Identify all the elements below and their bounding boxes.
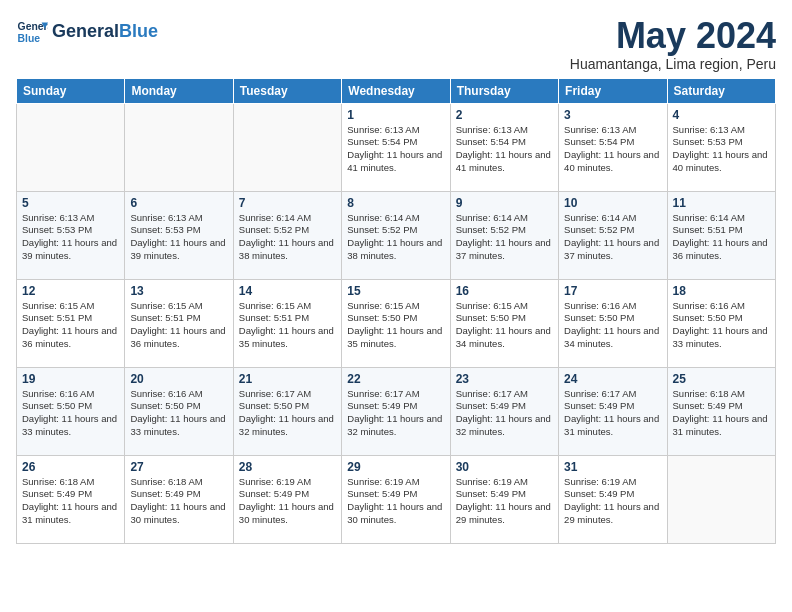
- calendar-cell: 1Sunrise: 6:13 AMSunset: 5:54 PMDaylight…: [342, 103, 450, 191]
- calendar-cell: 24Sunrise: 6:17 AMSunset: 5:49 PMDayligh…: [559, 367, 667, 455]
- calendar-cell: 22Sunrise: 6:17 AMSunset: 5:49 PMDayligh…: [342, 367, 450, 455]
- calendar-table: SundayMondayTuesdayWednesdayThursdayFrid…: [16, 78, 776, 544]
- cell-info: Sunrise: 6:15 AMSunset: 5:50 PMDaylight:…: [456, 300, 553, 351]
- cell-info: Sunrise: 6:15 AMSunset: 5:51 PMDaylight:…: [130, 300, 227, 351]
- cell-info: Sunrise: 6:14 AMSunset: 5:51 PMDaylight:…: [673, 212, 770, 263]
- weekday-header: Wednesday: [342, 78, 450, 103]
- cell-info: Sunrise: 6:16 AMSunset: 5:50 PMDaylight:…: [673, 300, 770, 351]
- cell-info: Sunrise: 6:18 AMSunset: 5:49 PMDaylight:…: [22, 476, 119, 527]
- day-number: 16: [456, 284, 553, 298]
- calendar-cell: 2Sunrise: 6:13 AMSunset: 5:54 PMDaylight…: [450, 103, 558, 191]
- calendar-cell: 6Sunrise: 6:13 AMSunset: 5:53 PMDaylight…: [125, 191, 233, 279]
- calendar-week-row: 26Sunrise: 6:18 AMSunset: 5:49 PMDayligh…: [17, 455, 776, 543]
- cell-info: Sunrise: 6:19 AMSunset: 5:49 PMDaylight:…: [347, 476, 444, 527]
- day-number: 17: [564, 284, 661, 298]
- day-number: 29: [347, 460, 444, 474]
- day-number: 31: [564, 460, 661, 474]
- calendar-cell: 12Sunrise: 6:15 AMSunset: 5:51 PMDayligh…: [17, 279, 125, 367]
- day-number: 2: [456, 108, 553, 122]
- calendar-cell: 8Sunrise: 6:14 AMSunset: 5:52 PMDaylight…: [342, 191, 450, 279]
- cell-info: Sunrise: 6:14 AMSunset: 5:52 PMDaylight:…: [564, 212, 661, 263]
- weekday-header: Thursday: [450, 78, 558, 103]
- calendar-cell: 27Sunrise: 6:18 AMSunset: 5:49 PMDayligh…: [125, 455, 233, 543]
- day-number: 23: [456, 372, 553, 386]
- calendar-cell: 14Sunrise: 6:15 AMSunset: 5:51 PMDayligh…: [233, 279, 341, 367]
- day-number: 27: [130, 460, 227, 474]
- cell-info: Sunrise: 6:15 AMSunset: 5:51 PMDaylight:…: [22, 300, 119, 351]
- calendar-header-row: SundayMondayTuesdayWednesdayThursdayFrid…: [17, 78, 776, 103]
- weekday-header: Tuesday: [233, 78, 341, 103]
- day-number: 26: [22, 460, 119, 474]
- calendar-cell: 4Sunrise: 6:13 AMSunset: 5:53 PMDaylight…: [667, 103, 775, 191]
- page-header: General Blue GeneralBlue May 2024 Huaman…: [16, 16, 776, 72]
- calendar-cell: 15Sunrise: 6:15 AMSunset: 5:50 PMDayligh…: [342, 279, 450, 367]
- calendar-cell: 13Sunrise: 6:15 AMSunset: 5:51 PMDayligh…: [125, 279, 233, 367]
- calendar-cell: 7Sunrise: 6:14 AMSunset: 5:52 PMDaylight…: [233, 191, 341, 279]
- day-number: 14: [239, 284, 336, 298]
- cell-info: Sunrise: 6:17 AMSunset: 5:49 PMDaylight:…: [564, 388, 661, 439]
- cell-info: Sunrise: 6:14 AMSunset: 5:52 PMDaylight:…: [456, 212, 553, 263]
- day-number: 3: [564, 108, 661, 122]
- calendar-cell: [125, 103, 233, 191]
- day-number: 21: [239, 372, 336, 386]
- calendar-cell: 30Sunrise: 6:19 AMSunset: 5:49 PMDayligh…: [450, 455, 558, 543]
- cell-info: Sunrise: 6:13 AMSunset: 5:54 PMDaylight:…: [456, 124, 553, 175]
- cell-info: Sunrise: 6:13 AMSunset: 5:54 PMDaylight:…: [564, 124, 661, 175]
- calendar-cell: 26Sunrise: 6:18 AMSunset: 5:49 PMDayligh…: [17, 455, 125, 543]
- day-number: 19: [22, 372, 119, 386]
- day-number: 9: [456, 196, 553, 210]
- cell-info: Sunrise: 6:18 AMSunset: 5:49 PMDaylight:…: [130, 476, 227, 527]
- cell-info: Sunrise: 6:19 AMSunset: 5:49 PMDaylight:…: [239, 476, 336, 527]
- calendar-cell: 18Sunrise: 6:16 AMSunset: 5:50 PMDayligh…: [667, 279, 775, 367]
- weekday-header: Saturday: [667, 78, 775, 103]
- calendar-cell: [233, 103, 341, 191]
- calendar-cell: 28Sunrise: 6:19 AMSunset: 5:49 PMDayligh…: [233, 455, 341, 543]
- day-number: 25: [673, 372, 770, 386]
- cell-info: Sunrise: 6:17 AMSunset: 5:49 PMDaylight:…: [347, 388, 444, 439]
- calendar-cell: [17, 103, 125, 191]
- calendar-cell: 9Sunrise: 6:14 AMSunset: 5:52 PMDaylight…: [450, 191, 558, 279]
- calendar-week-row: 12Sunrise: 6:15 AMSunset: 5:51 PMDayligh…: [17, 279, 776, 367]
- cell-info: Sunrise: 6:18 AMSunset: 5:49 PMDaylight:…: [673, 388, 770, 439]
- logo: General Blue GeneralBlue: [16, 16, 158, 48]
- cell-info: Sunrise: 6:14 AMSunset: 5:52 PMDaylight:…: [239, 212, 336, 263]
- day-number: 18: [673, 284, 770, 298]
- calendar-cell: 3Sunrise: 6:13 AMSunset: 5:54 PMDaylight…: [559, 103, 667, 191]
- weekday-header: Friday: [559, 78, 667, 103]
- svg-text:Blue: Blue: [18, 33, 41, 44]
- weekday-header: Monday: [125, 78, 233, 103]
- cell-info: Sunrise: 6:13 AMSunset: 5:53 PMDaylight:…: [22, 212, 119, 263]
- day-number: 13: [130, 284, 227, 298]
- cell-info: Sunrise: 6:13 AMSunset: 5:54 PMDaylight:…: [347, 124, 444, 175]
- day-number: 6: [130, 196, 227, 210]
- calendar-cell: 10Sunrise: 6:14 AMSunset: 5:52 PMDayligh…: [559, 191, 667, 279]
- calendar-cell: 25Sunrise: 6:18 AMSunset: 5:49 PMDayligh…: [667, 367, 775, 455]
- day-number: 12: [22, 284, 119, 298]
- cell-info: Sunrise: 6:15 AMSunset: 5:50 PMDaylight:…: [347, 300, 444, 351]
- calendar-cell: 19Sunrise: 6:16 AMSunset: 5:50 PMDayligh…: [17, 367, 125, 455]
- day-number: 24: [564, 372, 661, 386]
- day-number: 10: [564, 196, 661, 210]
- logo-icon: General Blue: [16, 16, 48, 48]
- calendar-week-row: 5Sunrise: 6:13 AMSunset: 5:53 PMDaylight…: [17, 191, 776, 279]
- calendar-cell: 31Sunrise: 6:19 AMSunset: 5:49 PMDayligh…: [559, 455, 667, 543]
- day-number: 11: [673, 196, 770, 210]
- day-number: 1: [347, 108, 444, 122]
- calendar-cell: [667, 455, 775, 543]
- weekday-header: Sunday: [17, 78, 125, 103]
- day-number: 22: [347, 372, 444, 386]
- cell-info: Sunrise: 6:15 AMSunset: 5:51 PMDaylight:…: [239, 300, 336, 351]
- cell-info: Sunrise: 6:16 AMSunset: 5:50 PMDaylight:…: [22, 388, 119, 439]
- calendar-cell: 5Sunrise: 6:13 AMSunset: 5:53 PMDaylight…: [17, 191, 125, 279]
- calendar-cell: 29Sunrise: 6:19 AMSunset: 5:49 PMDayligh…: [342, 455, 450, 543]
- calendar-week-row: 1Sunrise: 6:13 AMSunset: 5:54 PMDaylight…: [17, 103, 776, 191]
- cell-info: Sunrise: 6:13 AMSunset: 5:53 PMDaylight:…: [673, 124, 770, 175]
- cell-info: Sunrise: 6:16 AMSunset: 5:50 PMDaylight:…: [564, 300, 661, 351]
- day-number: 7: [239, 196, 336, 210]
- month-title: May 2024: [570, 16, 776, 56]
- cell-info: Sunrise: 6:19 AMSunset: 5:49 PMDaylight:…: [564, 476, 661, 527]
- day-number: 4: [673, 108, 770, 122]
- calendar-cell: 17Sunrise: 6:16 AMSunset: 5:50 PMDayligh…: [559, 279, 667, 367]
- day-number: 8: [347, 196, 444, 210]
- calendar-cell: 11Sunrise: 6:14 AMSunset: 5:51 PMDayligh…: [667, 191, 775, 279]
